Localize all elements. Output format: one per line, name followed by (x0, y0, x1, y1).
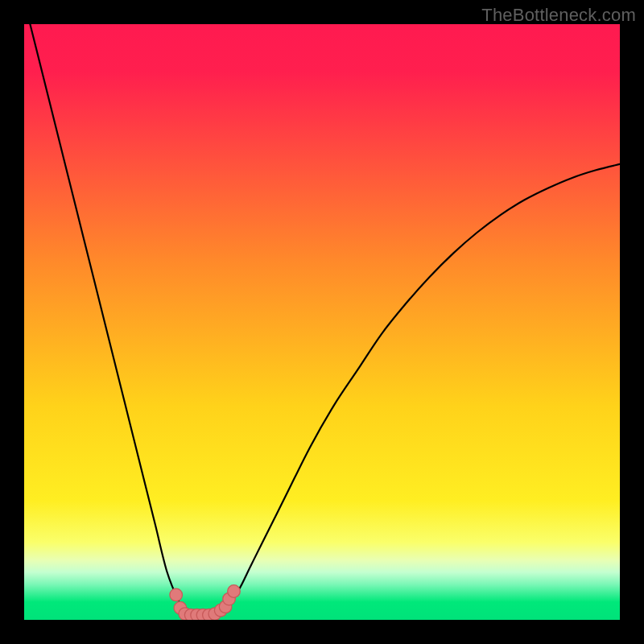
chart-frame: TheBottleneck.com (0, 0, 644, 644)
chart-svg (24, 24, 620, 620)
gradient-bg (24, 24, 620, 620)
attribution-text: TheBottleneck.com (481, 5, 636, 26)
plot-area (24, 24, 620, 620)
data-marker (170, 588, 183, 601)
data-marker (228, 585, 241, 598)
